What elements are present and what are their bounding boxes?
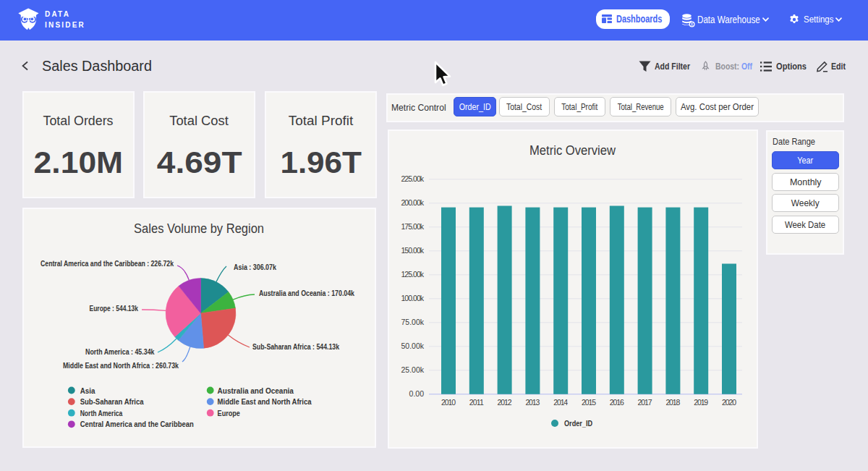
svg-text:2018: 2018 — [665, 398, 680, 407]
svg-text:2017: 2017 — [638, 398, 652, 407]
svg-text:Central America and the Caribb: Central America and the Caribbean — [80, 420, 194, 428]
svg-text:150.00k: 150.00k — [401, 246, 425, 255]
svg-text:175.00k: 175.00k — [401, 222, 425, 231]
svg-text:2016: 2016 — [610, 398, 624, 407]
svg-text:Order_ID: Order_ID — [564, 419, 592, 428]
svg-text:50.00k: 50.00k — [401, 341, 425, 350]
svg-text:2013: 2013 — [525, 398, 540, 407]
svg-text:Sub-Saharan Africa: Sub-Saharan Africa — [80, 397, 145, 406]
svg-text:25.00k: 25.00k — [401, 365, 425, 374]
svg-text:125.00k: 125.00k — [401, 270, 425, 279]
svg-text:0.00: 0.00 — [409, 389, 425, 398]
svg-text:2014: 2014 — [553, 398, 568, 407]
svg-text:Central America and the Caribb: Central America and the Caribbean : 226.… — [41, 259, 174, 268]
svg-text:2015: 2015 — [582, 398, 596, 407]
svg-text:Asia: Asia — [80, 386, 95, 395]
svg-text:2010: 2010 — [441, 398, 456, 407]
svg-text:Australia and Oceania: Australia and Oceania — [218, 386, 294, 395]
svg-text:Europe : 544.13k: Europe : 544.13k — [90, 304, 139, 313]
svg-text:North America: North America — [80, 409, 123, 417]
svg-text:225.00k: 225.00k — [401, 174, 425, 183]
svg-text:Asia : 306.07k: Asia : 306.07k — [234, 263, 276, 271]
svg-text:North America : 45.34k: North America : 45.34k — [85, 347, 155, 356]
svg-text:100.00k: 100.00k — [401, 294, 425, 302]
svg-text:Europe: Europe — [218, 409, 240, 417]
svg-text:Middle East and North Africa :: Middle East and North Africa : 260.73k — [63, 361, 179, 370]
svg-text:2012: 2012 — [498, 398, 512, 407]
svg-text:200.00k: 200.00k — [401, 198, 425, 207]
svg-text:2011: 2011 — [469, 398, 484, 407]
svg-text:Sub-Saharan Africa : 544.13k: Sub-Saharan Africa : 544.13k — [252, 342, 339, 351]
svg-text:75.00k: 75.00k — [401, 318, 425, 326]
svg-text:Australia and Oceania : 170.04: Australia and Oceania : 170.04k — [259, 289, 354, 297]
svg-text:2020: 2020 — [722, 398, 736, 407]
svg-text:2019: 2019 — [694, 398, 708, 407]
svg-text:Middle East and North Africa: Middle East and North Africa — [218, 397, 312, 406]
